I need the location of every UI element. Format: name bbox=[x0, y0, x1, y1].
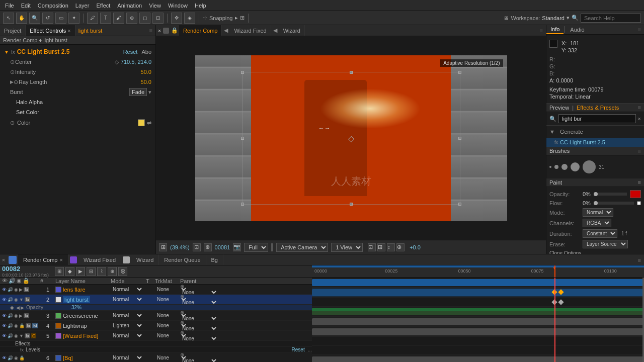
menu-composition[interactable]: Composition bbox=[35, 2, 71, 10]
opacity-slider[interactable] bbox=[594, 193, 627, 196]
tl-bar-4[interactable] bbox=[312, 318, 644, 325]
layer-6-lock[interactable]: 🔒 bbox=[19, 355, 25, 360]
tl-keyframe-opacity-b[interactable] bbox=[558, 299, 564, 305]
tool-pin[interactable]: ◈ bbox=[184, 13, 195, 24]
tl-panel-close[interactable]: × bbox=[0, 257, 7, 263]
layer-5-audio[interactable]: 🔊 bbox=[8, 333, 13, 338]
workspace-chevron[interactable]: ▾ bbox=[567, 15, 570, 21]
right-info-menu[interactable]: ≡ bbox=[635, 26, 644, 34]
layer-3-solo[interactable]: ◉ bbox=[14, 313, 18, 318]
tl-tab-bg[interactable]: Bg bbox=[206, 254, 223, 265]
burst-dropdown-arrow[interactable]: ▾ bbox=[148, 89, 151, 96]
menu-file[interactable]: File bbox=[2, 2, 17, 10]
tl-bar-6[interactable] bbox=[312, 356, 644, 362]
comp-tab-render[interactable]: Render Comp bbox=[179, 25, 222, 36]
camera-select[interactable]: Active Camera bbox=[276, 243, 328, 252]
tl-tab-wizard-fixed[interactable]: Wizard Fixed bbox=[78, 254, 121, 265]
layer-3-name[interactable]: Greenscreene bbox=[63, 313, 98, 319]
comp-tab-wizard-fixed[interactable]: Wizard Fixed bbox=[230, 25, 271, 36]
menu-edit[interactable]: Edit bbox=[18, 2, 34, 10]
handle-tm[interactable] bbox=[350, 71, 353, 74]
layer-2-name[interactable]: light burst bbox=[63, 296, 90, 303]
flow-slider[interactable] bbox=[594, 202, 634, 205]
erase-select[interactable]: Layer Source & Paint bbox=[583, 240, 628, 248]
layer-1-mode-select[interactable]: Normal bbox=[111, 286, 143, 293]
menu-window[interactable]: Window bbox=[165, 2, 191, 10]
layer-5-expand[interactable]: ▼ bbox=[19, 333, 24, 338]
layer-5-vis[interactable]: 👁 bbox=[2, 333, 7, 338]
layer-4-vis[interactable]: 👁 bbox=[2, 323, 7, 328]
menu-effect[interactable]: Effect bbox=[93, 2, 113, 10]
tool-brush[interactable]: 🖌 bbox=[113, 13, 124, 24]
tool-hand[interactable]: ✋ bbox=[16, 13, 27, 24]
tool-rotate[interactable]: ↺ bbox=[42, 13, 53, 24]
layer-5-reset[interactable]: Reset bbox=[292, 347, 305, 352]
prop-raylength-value[interactable]: 50.0 bbox=[141, 79, 151, 85]
tl-btn-play[interactable]: ▶ bbox=[76, 267, 85, 276]
layer-3-mode-select[interactable]: Normal bbox=[111, 312, 143, 319]
layer-2-mode-select[interactable]: Normal bbox=[111, 296, 143, 303]
layer-3-audio[interactable]: 🔊 bbox=[8, 313, 13, 318]
abo-button[interactable]: Abo bbox=[141, 49, 151, 55]
layer-4-name[interactable]: Lightwrap bbox=[63, 323, 87, 329]
handle-ml[interactable] bbox=[241, 137, 244, 140]
channels-select[interactable]: RGBA bbox=[583, 219, 611, 227]
tool-eraser[interactable]: ◻ bbox=[139, 13, 150, 24]
tool-pen[interactable]: 🖊 bbox=[87, 13, 98, 24]
viewer-btn-1[interactable]: ⊡ bbox=[368, 243, 376, 251]
tl-btn-key[interactable]: ◆ bbox=[65, 267, 74, 276]
brush-size-1[interactable] bbox=[549, 166, 551, 168]
brush-size-5[interactable] bbox=[583, 160, 596, 173]
workspace-value[interactable]: Standard bbox=[542, 15, 565, 21]
preview-label[interactable]: Preview bbox=[549, 105, 569, 111]
left-panel-menu[interactable]: ≡ bbox=[146, 27, 155, 35]
color-paint-swatch[interactable] bbox=[630, 190, 641, 198]
quality-select[interactable]: Full bbox=[244, 243, 268, 252]
paint-menu-icon[interactable]: ≡ bbox=[638, 179, 641, 186]
reset-button[interactable]: Reset bbox=[123, 49, 138, 55]
tab-info[interactable]: Info bbox=[546, 25, 564, 34]
layer-1-expand[interactable]: ▶ bbox=[19, 287, 23, 292]
brush-size-2[interactable] bbox=[554, 165, 558, 169]
layer-1-audio[interactable]: 🔊 bbox=[8, 287, 13, 292]
fit-btn[interactable]: ⊡ bbox=[193, 243, 201, 251]
effects-menu-icon[interactable]: ≡ bbox=[638, 105, 641, 111]
handle-tl[interactable] bbox=[241, 71, 244, 74]
tl-ruler[interactable]: 00000 00025 00050 00075 00100 bbox=[312, 265, 644, 278]
tab-effect-controls[interactable]: Effect Controls × bbox=[26, 25, 75, 36]
tl-btn-shift[interactable]: ⊕ bbox=[108, 267, 117, 276]
tool-rect[interactable]: ▭ bbox=[55, 13, 66, 24]
tab-project[interactable]: Project bbox=[0, 25, 26, 36]
viewer-setting-btn[interactable]: ⊞ bbox=[159, 243, 167, 251]
effect-item-light-burst[interactable]: fx CC Light Burst 2.5 bbox=[546, 138, 644, 147]
pixel-btn[interactable]: ⊛ bbox=[204, 243, 212, 251]
layer-6-mode-select[interactable]: Normal bbox=[111, 354, 143, 361]
color-swatch[interactable] bbox=[138, 119, 145, 126]
tab-ec-close[interactable]: × bbox=[67, 28, 70, 34]
frame-timecode[interactable]: 00081 bbox=[215, 244, 230, 250]
opacity-nav-left[interactable]: ◀ bbox=[16, 305, 20, 310]
tool-zoom[interactable]: 🔍 bbox=[29, 13, 40, 24]
layer-2-expand[interactable]: ▼ bbox=[19, 297, 24, 302]
layer-4-audio[interactable]: 🔊 bbox=[8, 323, 13, 328]
duration-select[interactable]: Constant bbox=[583, 229, 617, 238]
tl-btn-comp[interactable]: ⊞ bbox=[55, 267, 64, 276]
layer-4-lock[interactable]: 🔒 bbox=[19, 323, 25, 328]
menu-view[interactable]: View bbox=[146, 2, 164, 10]
tool-puppet[interactable]: ✥ bbox=[171, 13, 182, 24]
rotate-handle-left[interactable]: ←→ bbox=[318, 125, 331, 132]
effects-presets-label[interactable]: Effects & Presets bbox=[577, 105, 619, 111]
opacity-nav-right[interactable]: ▶ bbox=[21, 305, 24, 310]
tl-menu-icon[interactable]: ≡ bbox=[635, 257, 644, 263]
effect-expand-icon[interactable]: ▼ bbox=[4, 49, 9, 55]
layer-6-name[interactable]: [Bq] bbox=[63, 355, 73, 361]
layer-2-solo[interactable]: ◉ bbox=[14, 297, 18, 302]
menu-layer[interactable]: Layer bbox=[72, 2, 93, 10]
tl-tab-render-comp[interactable]: Render Comp × bbox=[18, 254, 68, 265]
tool-text[interactable]: T bbox=[100, 13, 111, 24]
color-link-icon[interactable]: ⇌ bbox=[147, 120, 151, 126]
paint-white-swatch[interactable] bbox=[637, 201, 641, 205]
viewer-btn-2[interactable]: ⊞ bbox=[377, 243, 385, 251]
tl-bar-1[interactable] bbox=[312, 279, 644, 286]
layer-6-solo[interactable]: ◉ bbox=[14, 355, 18, 360]
